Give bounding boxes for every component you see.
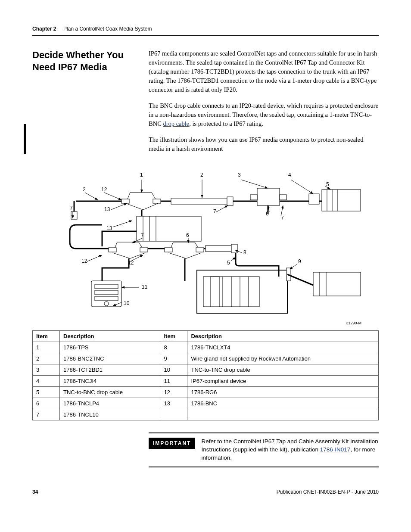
callout-7b: 7 — [213, 208, 216, 215]
callout-10: 10 — [124, 300, 130, 306]
svg-line-42 — [291, 180, 313, 194]
svg-rect-17 — [109, 248, 116, 252]
paragraph-2b: , is protected to a IP67 rating. — [189, 120, 263, 127]
svg-rect-4 — [227, 197, 233, 205]
svg-rect-20 — [196, 248, 204, 252]
svg-rect-26 — [95, 296, 118, 301]
th-item-l: Item — [33, 331, 60, 342]
svg-line-41 — [241, 180, 268, 188]
important-link[interactable]: 1786-IN017 — [320, 446, 351, 453]
svg-rect-22 — [231, 244, 237, 253]
callout-5b: 5 — [227, 260, 230, 266]
svg-rect-9 — [322, 190, 361, 211]
callout-2: 2 — [200, 172, 203, 178]
table-row: 71786-TNCL10 — [33, 409, 379, 420]
publication-id: Publication CNET-IN002B-EN-P - June 2010 — [277, 489, 379, 495]
table-row: 31786-TCT2BD110TNC-to-TNC drop cable — [33, 364, 379, 376]
paragraph-1: IP67 media components are sealed Control… — [149, 49, 379, 94]
svg-rect-21 — [206, 246, 231, 252]
table-row: 21786-BNC2TNC9Wire gland not supplied by… — [33, 353, 379, 364]
svg-rect-8 — [309, 194, 319, 204]
callout-2b: 2 — [83, 187, 86, 193]
svg-line-47 — [111, 203, 127, 210]
table-row: 41786-TNCJI411IP67-compliant device — [33, 376, 379, 387]
svg-line-46 — [104, 193, 121, 200]
svg-line-49 — [216, 205, 228, 212]
svg-line-44 — [85, 193, 98, 200]
th-desc-r: Description — [187, 331, 379, 342]
callout-8: 8 — [243, 249, 246, 255]
svg-rect-7 — [280, 195, 286, 200]
th-desc-l: Description — [60, 331, 160, 342]
ip67-diagram: 1 2 3 4 5 2 7 12 13 13 7 6 7 7 6 8 12 12… — [32, 169, 379, 317]
svg-rect-18 — [140, 248, 148, 252]
th-item-r: Item — [160, 331, 187, 342]
svg-rect-25 — [95, 290, 118, 295]
important-text: Refer to the ControlNet IP67 Tap and Cab… — [201, 438, 379, 462]
chapter-number: Chapter 2 — [32, 26, 56, 32]
table-row: 5TNC-to-BNC drop cable121786-RG6 — [33, 387, 379, 398]
svg-rect-1 — [121, 199, 129, 203]
chapter-title: Plan a ControlNet Coax Media System — [63, 26, 152, 32]
callout-4: 4 — [288, 172, 291, 178]
svg-line-55 — [87, 255, 102, 261]
callout-7a: 7 — [70, 205, 73, 211]
svg-rect-2 — [153, 199, 161, 203]
callout-12b: 12 — [81, 258, 87, 264]
page-footer: 34 Publication CNET-IN002B-EN-P - June 2… — [32, 489, 379, 495]
callout-11: 11 — [142, 284, 148, 290]
running-header: Chapter 2 Plan a ControlNet Coax Media S… — [32, 26, 379, 32]
callout-12c: 12 — [128, 260, 134, 266]
important-tag: IMPORTANT — [149, 438, 195, 449]
svg-rect-0 — [71, 212, 77, 219]
parts-table: Item Description Item Description 11786-… — [32, 330, 379, 420]
svg-rect-24 — [95, 284, 118, 289]
table-row: 61786-TNCLP4131786-BNC — [33, 398, 379, 409]
drop-cable-link[interactable]: drop cable — [163, 120, 189, 127]
svg-rect-5 — [257, 188, 280, 205]
callout-3: 3 — [238, 172, 241, 178]
paragraph-3: The illustration shows how you can use I… — [149, 135, 379, 153]
header-rule — [32, 35, 379, 36]
section-heading: Decide Whether You Need IP67 Media — [32, 49, 131, 73]
svg-rect-13 — [137, 216, 201, 241]
change-bar — [24, 124, 26, 154]
svg-line-58 — [290, 264, 297, 269]
important-block: IMPORTANT Refer to the ControlNet IP67 T… — [149, 432, 379, 467]
callout-6b: 6 — [186, 232, 189, 238]
callout-7c: 7 — [281, 215, 284, 221]
svg-rect-35 — [313, 272, 361, 296]
page-number: 34 — [32, 489, 38, 495]
callout-13a: 13 — [104, 206, 110, 212]
svg-rect-3 — [171, 198, 227, 204]
callout-1: 1 — [140, 172, 143, 178]
diagram-svg: 1 2 3 4 5 2 7 12 13 13 7 6 7 7 6 8 12 12… — [46, 169, 365, 317]
svg-point-27 — [104, 302, 109, 306]
svg-rect-19 — [165, 248, 172, 252]
callout-7d: 7 — [141, 232, 144, 238]
svg-line-48 — [113, 221, 132, 227]
svg-rect-29 — [211, 277, 219, 307]
paragraph-2: The BNC drop cable connects to an IP20-r… — [149, 101, 379, 128]
table-row: 11786-TPS81786-TNCLXT4 — [33, 342, 379, 353]
callout-5a: 5 — [326, 181, 329, 187]
callout-9: 9 — [298, 258, 301, 264]
callout-12a: 12 — [101, 187, 107, 193]
callout-6a: 6 — [266, 211, 269, 217]
callout-13b: 13 — [106, 225, 112, 231]
figure-code: 31290-M — [32, 321, 361, 325]
svg-rect-6 — [250, 195, 257, 200]
